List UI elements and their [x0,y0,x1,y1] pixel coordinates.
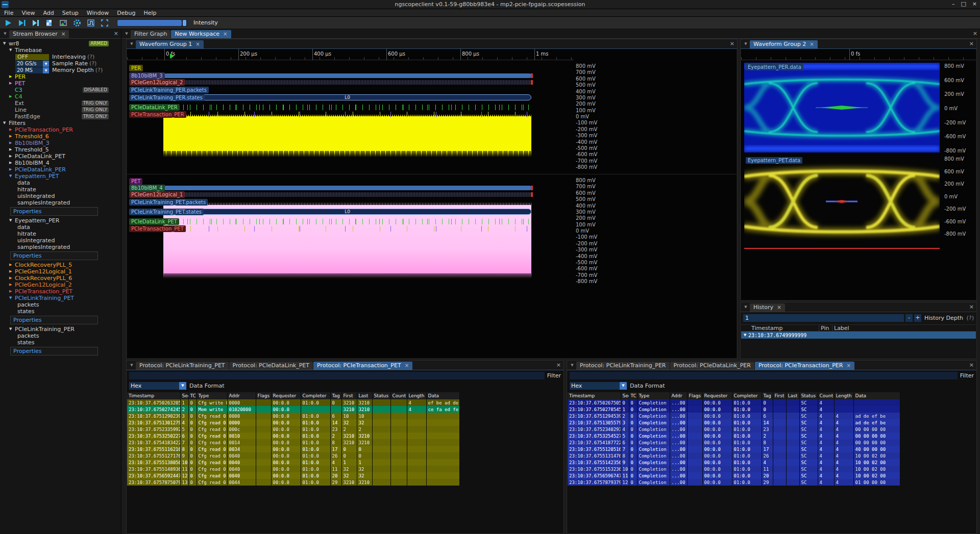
column-header[interactable]: Type [197,392,227,399]
tab-close-icon[interactable]: × [810,41,814,47]
packet-row[interactable]: 23:10:37.675234029340Completion...0000:0… [568,426,900,433]
window-close-icon[interactable]: × [730,40,734,47]
column-header[interactable]: Status [799,392,818,399]
column-header[interactable]: First [773,392,786,399]
history-depth-increment-button[interactable]: + [914,314,921,322]
packet-row[interactable]: 23:10:37.675130557930Completion...0000:0… [568,419,900,426]
protocol-tab[interactable]: Protocol: PCIeTransaction_PER × [755,362,854,370]
tab-close-icon[interactable]: × [195,41,200,47]
column-header[interactable]: Last [786,392,799,399]
channel-label[interactable]: PCIeDataLink_PET [129,218,179,225]
data-format-combo[interactable]: Hex ▼ [570,382,627,390]
settings-button[interactable] [71,18,83,28]
channel-node[interactable]: ▶ PER [0,73,121,80]
protocol-tab[interactable]: Protocol: PCIeLinkTraining_PER [576,362,670,370]
channel-label[interactable]: PCIeTransaction_PET [129,225,186,232]
eye-diagram-per[interactable]: Eyepattern_PER.data [744,63,940,152]
workspace-tab[interactable]: Filter Graph [131,30,170,38]
filter-stream-node[interactable]: states [0,308,121,315]
filter-stream-node[interactable]: packets [0,333,121,339]
packet-row[interactable]: 23:10:37.675325022760Cfg read 0001000:0.… [127,433,460,439]
voltage-axis-eye-pet[interactable]: 800 mV600 mV200 mV0 mV-200 mV-600 mV-800… [944,157,975,237]
channel-label[interactable]: PET [129,178,142,185]
history-depth-decrement-button[interactable]: - [905,314,913,322]
packet-row[interactable]: 23:10:37.6756596747110Completion...0000:… [568,472,900,479]
packet-row[interactable]: 23:10:37.6757875079130Cfg read 0004400:0… [127,479,460,486]
channel-node[interactable]: Line TRIG ONLY [0,107,121,113]
channel-label[interactable]: PCIeLinkTraining_PER.states [129,94,205,101]
filter-node[interactable]: ▶ PCIeTransaction_PET [0,288,121,295]
packet-row[interactable]: 23:10:37.675129453920Completion...0000:0… [568,413,900,419]
column-header[interactable]: Status [372,392,390,399]
filter-stream-node[interactable]: data [0,224,121,231]
timebase-node[interactable]: ▼ Timebase [0,47,121,54]
menu-item[interactable]: Debug [113,10,139,16]
properties-button[interactable]: Properties [10,251,98,260]
channel-label[interactable]: PCIeGen12Logical_2 [129,79,185,86]
column-header[interactable]: Tag [762,392,773,399]
packet-row[interactable]: 23:10:37.675325452750Completion...0000:0… [568,433,900,439]
filter-stream-node[interactable]: samplesIntegrated [0,199,121,206]
column-header[interactable]: TC [188,392,197,399]
tab-close-icon[interactable]: × [405,363,409,368]
packet-row[interactable]: 23:10:37.675233599250Cfg read 0000c00:0.… [127,426,460,433]
eye-label[interactable]: Eyepattern_PER.data [746,64,803,70]
packet-row[interactable]: 23:10:37.6756592447120Cfg read 0004000:0… [127,472,460,479]
column-header[interactable]: Seq [621,392,629,399]
properties-button[interactable]: Properties [10,316,98,324]
filter-node[interactable]: ▶ Threshold_6 [0,133,121,140]
column-header[interactable]: Completer [301,392,330,399]
channel-label[interactable]: 8b10bIBM_3 [129,72,165,79]
channel-node[interactable]: FastEdge TRIG ONLY [0,113,121,120]
packet-row[interactable]: 23:10:37.675513147680Completion...0000:0… [568,452,900,459]
column-header[interactable]: Timestamp [568,392,621,399]
filter-node[interactable]: ▶ PCIeGen12Logical_2 [0,282,121,288]
packet-row[interactable]: 23:10:37.6755148936110Cfg read 0004000:0… [127,466,460,472]
window-menu-button[interactable]: ▼ [128,40,135,47]
menu-item[interactable]: Help [139,10,160,16]
arm-trigger-button[interactable] [3,18,14,28]
history-depth-input[interactable] [743,314,904,322]
memory-depth-combo[interactable]: 20 MS ▼ [15,67,49,73]
screenshot-button[interactable] [58,18,69,28]
chevron-down-icon[interactable]: ▼ [620,382,627,390]
filter-stream-node[interactable]: data [0,180,121,186]
column-header[interactable]: Addr [227,392,256,399]
tab-close-icon[interactable]: × [61,31,65,37]
column-header[interactable]: Type [637,392,670,399]
voltage-axis-eye-per[interactable]: 800 mV600 mV200 mV0 mV-200 mV-600 mV-800… [944,64,975,154]
packet-row[interactable]: 23:10:37.675511621680Cfg read 0003400:0.… [127,446,460,452]
tab-history[interactable]: History × [750,303,785,312]
window-close-icon[interactable]: × [969,362,974,368]
waveform-plot-area[interactable]: 0 fs200 µs400 µs600 µs800 µs1 ms PER 8b1… [127,49,737,358]
group-separator[interactable] [127,174,737,174]
filter-stream-node[interactable]: uisIntegrated [0,237,121,244]
timeline-ruler[interactable]: 0 fs200 µs400 µs600 µs800 µs1 ms [127,49,574,60]
filter-node[interactable]: ▼ PCIeLinkTraining_PER [0,326,121,333]
voltage-axis-per[interactable]: 800 mV700 mV600 mV500 mV400 mV300 mV200 … [576,64,605,170]
interleaving-toggle[interactable]: OFF [15,54,49,60]
channel-label[interactable]: PCIeLinkTraining_PET.states [129,209,204,215]
packet-row[interactable]: 23:10:37.6757879379120Completion...0000:… [568,479,900,486]
packet-row[interactable]: 23:10:37.675026320510Cfg write 0000000:0… [127,399,460,406]
menu-item[interactable]: View [17,10,39,16]
panel-close-icon[interactable]: × [114,30,118,37]
filter-node[interactable]: ▶ ClockRecoveryPLL_5 [0,262,121,268]
column-header[interactable]: Requester [702,392,732,399]
channel-label[interactable]: PER [129,65,143,71]
column-header[interactable]: Seq [180,392,188,399]
channel-label[interactable]: PCIeDataLink_PER [129,104,180,111]
filter-node[interactable]: ▶ PCIeDataLink_PET [0,153,121,160]
window-close-icon[interactable]: × [969,40,974,47]
tab-close-icon[interactable]: × [846,363,850,368]
eye-label[interactable]: Eyepattern_PET.data [746,157,802,164]
trigger-marker-icon[interactable] [170,54,174,59]
channel-label[interactable]: PCIeGen12Logical_1 [129,191,185,198]
column-header[interactable]: Length [407,392,426,399]
intensity-slider-grab[interactable] [183,20,186,26]
maximize-button[interactable]: □ [961,1,966,7]
column-header[interactable]: Tag [330,392,341,399]
tab-close-icon[interactable]: × [223,31,227,37]
sample-rate-combo[interactable]: 20 GS/s ▼ [15,61,49,67]
menu-item[interactable]: File [0,10,17,16]
